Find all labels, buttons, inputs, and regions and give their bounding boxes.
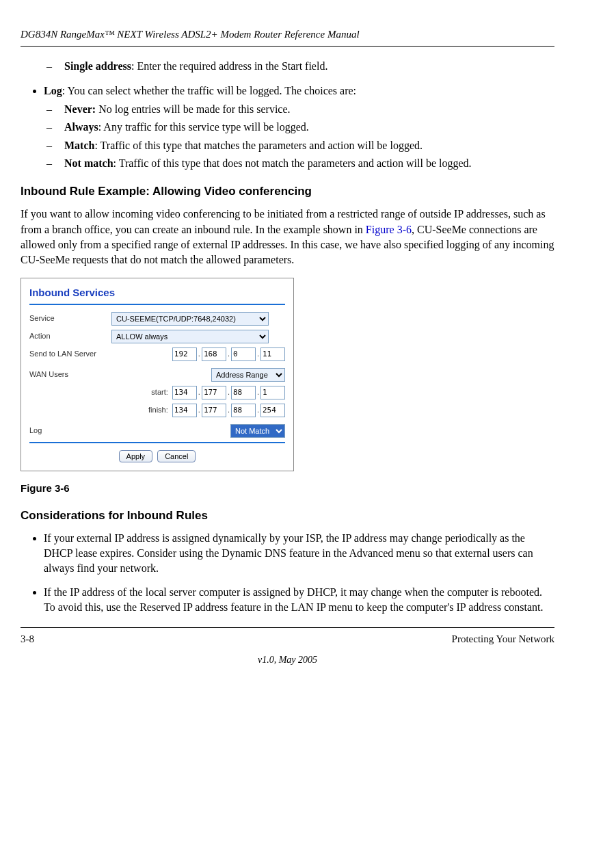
ip-dot: . <box>226 405 231 415</box>
page-header-title: DG834N RangeMax™ NEXT Wireless ADSL2+ Mo… <box>21 27 554 42</box>
label-start: start: <box>29 387 172 397</box>
finish-ip-octet-4[interactable] <box>260 404 285 417</box>
ip-dot: . <box>256 349 260 359</box>
lan-ip-octet-4[interactable] <box>260 347 285 361</box>
panel-bottom-rule <box>29 442 285 443</box>
log-sub-never-label: Never: <box>64 103 96 115</box>
start-ip-octet-3[interactable] <box>231 386 256 399</box>
label-service: Service <box>29 313 111 324</box>
log-intro-text: : You can select whether the traffic wil… <box>62 85 356 96</box>
start-ip-group: . . . <box>172 386 285 399</box>
log-sublist: Never: No log entries will be made for t… <box>44 102 554 172</box>
finish-ip-octet-1[interactable] <box>172 404 197 417</box>
log-sub-never: Never: No log entries will be made for t… <box>46 102 554 117</box>
inbound-services-panel: Inbound Services Service CU-SEEME(TCP/UD… <box>21 278 294 471</box>
footer-page-number: 3-8 <box>21 632 34 646</box>
log-sub-notmatch-text: : Traffic of this type that does not mat… <box>113 157 472 169</box>
log-sub-match-text: : Traffic of this type that matches the … <box>94 140 423 151</box>
service-select[interactable]: CU-SEEME(TCP/UDP:7648,24032) <box>111 312 269 326</box>
apply-button[interactable]: Apply <box>119 450 153 462</box>
ip-dot: . <box>197 349 202 359</box>
start-ip-octet-2[interactable] <box>202 386 226 399</box>
figure-3-6-link[interactable]: Figure 3-6 <box>366 224 412 235</box>
ip-dot: . <box>226 349 231 359</box>
start-ip-octet-1[interactable] <box>172 386 197 399</box>
log-item: Log: You can select whether the traffic … <box>44 83 554 171</box>
single-address-text: : Enter the required address in the Star… <box>131 60 327 72</box>
log-select[interactable]: Not Match <box>230 424 285 438</box>
consideration-item-2: If the IP address of the local server co… <box>44 585 554 616</box>
ip-dot: . <box>256 405 260 415</box>
wan-users-select[interactable]: Address Range <box>211 368 285 382</box>
start-ip-octet-4[interactable] <box>260 386 285 399</box>
label-action: Action <box>29 331 111 341</box>
inbound-paragraph: If you want to allow incoming video conf… <box>21 207 554 268</box>
ip-dot: . <box>226 387 231 397</box>
log-sub-match-label: Match <box>64 140 94 151</box>
label-finish: finish: <box>29 405 172 415</box>
ip-dot: . <box>256 387 260 397</box>
panel-title: Inbound Services <box>29 285 285 300</box>
heading-considerations: Considerations for Inbound Rules <box>21 508 554 524</box>
log-sub-notmatch-label: Not match <box>64 157 113 169</box>
footer-section-title: Protecting Your Network <box>452 632 554 646</box>
footer-rule <box>21 627 554 628</box>
ip-dot: . <box>197 405 202 415</box>
log-sub-always: Always: Any traffic for this service typ… <box>46 120 554 135</box>
cancel-button[interactable]: Cancel <box>157 450 196 462</box>
consideration-item-1: If your external IP address is assigned … <box>44 531 554 577</box>
lan-ip-octet-3[interactable] <box>231 347 256 361</box>
label-wan-users: WAN Users <box>29 369 111 380</box>
finish-ip-octet-2[interactable] <box>202 404 226 417</box>
log-list: Log: You can select whether the traffic … <box>21 83 554 171</box>
lan-ip-octet-2[interactable] <box>202 347 226 361</box>
label-send-to-lan: Send to LAN Server <box>29 349 111 359</box>
page-footer: 3-8 Protecting Your Network <box>21 632 554 646</box>
single-address-list: Single address: Enter the required addre… <box>21 59 554 74</box>
log-sub-match: Match: Traffic of this type that matches… <box>46 138 554 153</box>
label-log: Log <box>29 425 111 436</box>
single-address-label: Single address <box>64 60 131 72</box>
finish-ip-octet-3[interactable] <box>231 404 256 417</box>
log-sub-always-text: : Any traffic for this service type will… <box>98 121 309 133</box>
single-address-item: Single address: Enter the required addre… <box>46 59 554 74</box>
footer-version: v1.0, May 2005 <box>21 653 554 667</box>
finish-ip-group: . . . <box>172 404 285 417</box>
log-sub-always-label: Always <box>64 121 98 133</box>
log-sub-notmatch: Not match: Traffic of this type that doe… <box>46 156 554 171</box>
figure-caption: Figure 3-6 <box>21 481 554 495</box>
considerations-list: If your external IP address is assigned … <box>21 531 554 616</box>
lan-ip-octet-1[interactable] <box>172 347 197 361</box>
lan-ip-group: . . . <box>172 347 285 361</box>
log-sub-never-text: No log entries will be made for this ser… <box>96 103 290 115</box>
header-rule <box>21 46 554 47</box>
ip-dot: . <box>197 387 202 397</box>
heading-inbound-example: Inbound Rule Example: Allowing Video con… <box>21 183 554 200</box>
action-select[interactable]: ALLOW always <box>111 330 269 343</box>
panel-top-rule <box>29 304 285 305</box>
log-label: Log <box>44 85 62 96</box>
